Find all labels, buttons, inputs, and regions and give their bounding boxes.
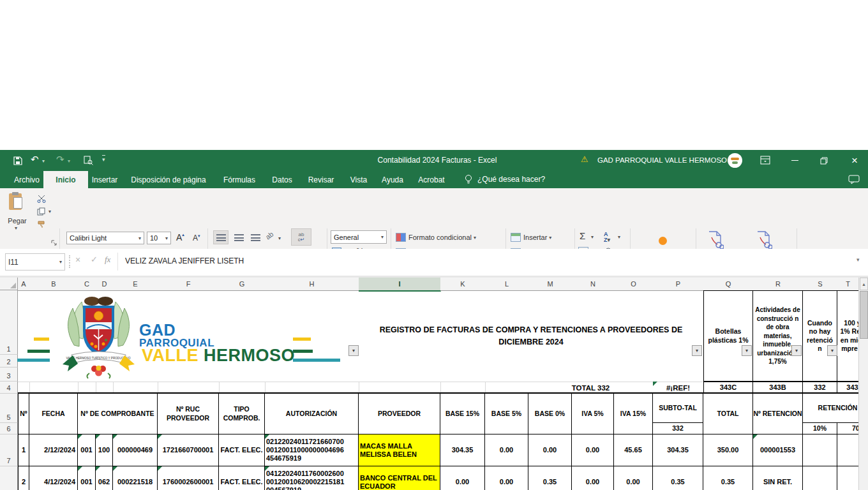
print-preview-icon[interactable] (83, 155, 93, 165)
vertical-scrollbar[interactable]: ▲ (858, 278, 868, 490)
select-all-corner[interactable] (0, 278, 18, 290)
tab-archivo[interactable]: Archivo (5, 171, 49, 188)
cell-O8[interactable]: 0.00 (614, 466, 653, 490)
col-header-E[interactable]: E (113, 278, 158, 291)
account-name[interactable]: GAD PARROQUIAL VALLE HERMOSO (597, 156, 727, 164)
header-iva5[interactable]: IVA 5% (572, 394, 614, 434)
header-base5[interactable]: BASE 5% (485, 394, 528, 434)
undo-icon[interactable]: ↶ (31, 154, 39, 165)
col-header-D[interactable]: D (96, 278, 114, 291)
paste-label[interactable]: Pegar (0, 217, 34, 225)
cell-S8[interactable] (803, 466, 837, 490)
cell-L7[interactable]: 0.00 (485, 434, 528, 466)
undo-dropdown-icon[interactable]: ▾ (42, 158, 45, 164)
filter-dropdown-icon[interactable]: ▾ (692, 345, 702, 356)
col-header-G[interactable]: G (219, 278, 266, 291)
row-header-6[interactable]: 6 (0, 423, 18, 434)
align-middle-icon[interactable] (231, 230, 246, 244)
cell-B8[interactable]: 4/12/2024 (29, 466, 78, 490)
col-header-N[interactable]: N (572, 278, 615, 291)
col-header-B[interactable]: B (29, 278, 79, 291)
orientation-icon[interactable]: ab (264, 230, 275, 241)
col-header-T[interactable]: T (837, 278, 859, 291)
copy-dropdown-icon[interactable]: ▾ (49, 209, 51, 214)
minimize-button[interactable] (784, 150, 805, 171)
cell-G8[interactable]: FACT. ELEC. (219, 466, 265, 490)
cell-R8[interactable]: SIN RET. (753, 466, 803, 490)
addins-icon[interactable] (659, 237, 667, 245)
header-ret-10[interactable]: 10% (803, 423, 837, 434)
cell-O7[interactable]: 45.65 (614, 434, 653, 466)
align-top-icon[interactable] (213, 230, 228, 244)
cell-B7[interactable]: 2/12/2024 (29, 434, 78, 466)
cell-K8[interactable]: 0.00 (440, 466, 485, 490)
header-subtotal[interactable]: SUBTO-TAL (653, 394, 703, 423)
col-header-O[interactable]: O (614, 278, 654, 291)
row-header-8[interactable]: 8 (0, 466, 18, 490)
cell-R7[interactable]: 000001553 (753, 434, 803, 466)
row-header-4[interactable]: 4 (0, 382, 18, 394)
cell-E7[interactable]: 000000469 (113, 434, 158, 466)
insert-cells-button[interactable]: Insertar▾ (511, 233, 551, 242)
autosum-dropdown-icon[interactable]: ▾ (591, 234, 594, 240)
col-header-I-selected[interactable]: I (359, 278, 441, 292)
header-ruc[interactable]: Nº RUC PROVEEDOR (158, 394, 219, 434)
cell-A7[interactable]: 1 (18, 434, 29, 466)
create-share-pdf-icon[interactable] (754, 230, 774, 249)
tab-disposicion[interactable]: Disposición de página (121, 171, 216, 188)
autosum-icon[interactable]: Σ (580, 230, 585, 241)
insert-function-icon[interactable]: fx (105, 255, 110, 265)
cell-Q7[interactable]: 350.00 (703, 434, 753, 466)
cell-R1[interactable]: Actividades de construcció n de obra mat… (753, 290, 803, 382)
cell-M8[interactable]: 0.35 (528, 466, 572, 490)
cell-N8[interactable]: 0.00 (572, 466, 614, 490)
header-fecha[interactable]: FECHA (29, 394, 78, 434)
header-total[interactable]: TOTAL (703, 394, 753, 434)
tab-revisar[interactable]: Revisar (299, 171, 343, 188)
cell-F8[interactable]: 1760002600001 (158, 466, 219, 490)
name-box[interactable]: I11 ▾ (5, 253, 65, 271)
comments-icon[interactable] (848, 174, 860, 185)
col-header-F[interactable]: F (158, 278, 220, 291)
cell-Q1[interactable]: Botellas plásticas 1% (703, 290, 753, 382)
cancel-icon[interactable]: × (75, 255, 80, 265)
col-header-H[interactable]: H (265, 278, 359, 291)
cut-icon[interactable] (36, 194, 47, 203)
col-header-P[interactable]: P (653, 278, 704, 291)
font-name-select[interactable]: Calibri Light▾ (66, 232, 144, 244)
cell-C8[interactable]: 001 (78, 466, 96, 490)
cell-A8[interactable]: 2 (18, 466, 29, 490)
filter-dropdown-icon[interactable]: ▾ (791, 345, 802, 356)
copy-icon[interactable] (36, 207, 47, 216)
avatar[interactable] (728, 153, 742, 168)
cell-H7[interactable]: 02122024011721660700 0012001100000000469… (265, 434, 359, 466)
header-base0[interactable]: BASE 0% (528, 394, 572, 434)
redo-dropdown-icon[interactable]: ▾ (68, 158, 70, 164)
cell-I7[interactable]: MACAS MALLA MELISSA BELEN (359, 434, 440, 466)
col-header-R[interactable]: R (753, 278, 804, 291)
format-painter-icon[interactable] (36, 219, 47, 228)
redo-icon[interactable]: ↷ (56, 154, 64, 165)
tab-insertar[interactable]: Insertar (83, 171, 126, 188)
close-button[interactable]: × (841, 150, 868, 171)
row-header-3[interactable]: 3 (0, 368, 18, 382)
header-retencion[interactable]: Nº RETENCION (753, 394, 803, 434)
cell-L8[interactable]: 0.00 (485, 466, 528, 490)
filter-dropdown-icon[interactable]: ▾ (742, 345, 752, 356)
tell-me-search[interactable]: ¿Qué desea hacer? (477, 175, 545, 184)
paste-icon[interactable] (9, 192, 24, 211)
col-header-L[interactable]: L (485, 278, 529, 291)
col-header-S[interactable]: S (803, 278, 838, 291)
sort-filter-dropdown-icon[interactable]: ▾ (618, 234, 620, 240)
header-tipo[interactable]: TIPO COMPROB. (219, 394, 265, 434)
decrease-font-icon[interactable]: A▾ (193, 234, 200, 242)
sort-filter-icon[interactable]: AZ▾ (604, 232, 610, 243)
tab-ayuda[interactable]: Ayuda (373, 171, 412, 188)
scrollbar-thumb[interactable] (860, 291, 868, 339)
header-autorizacion[interactable]: AUTORIZACIÓN (265, 394, 359, 434)
col-header-C[interactable]: C (78, 278, 96, 291)
tab-acrobat[interactable]: Acrobat (410, 171, 453, 188)
tab-inicio[interactable]: Inicio (43, 171, 88, 188)
cell-K7[interactable]: 304.35 (440, 434, 485, 466)
filter-dropdown-icon[interactable]: ▾ (348, 345, 359, 356)
